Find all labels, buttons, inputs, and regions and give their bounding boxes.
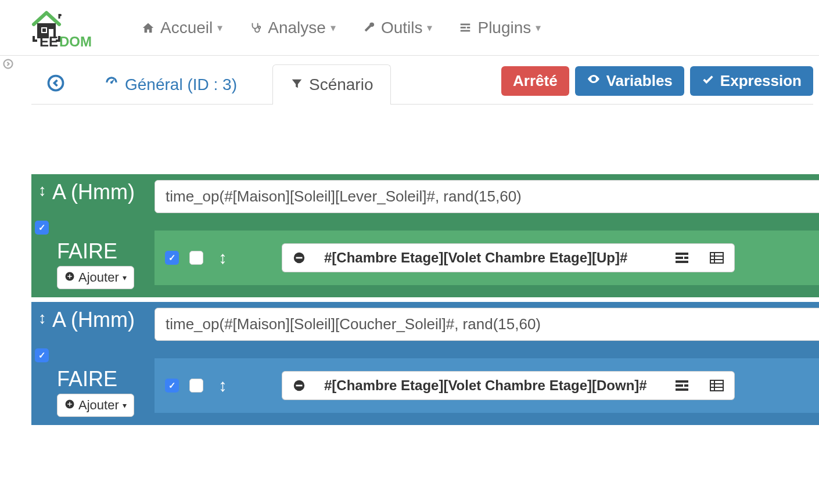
caret-icon: ▾	[331, 21, 336, 34]
remove-action-button[interactable]	[282, 371, 316, 400]
block-enable-checkbox[interactable]: ✓	[35, 348, 49, 362]
faire-label: FAIRE	[57, 367, 149, 391]
select-scenario-button[interactable]	[699, 371, 735, 400]
select-scenario-button[interactable]	[699, 243, 735, 272]
nav-outils[interactable]: Outils ▾	[359, 14, 435, 42]
drawer-toggle[interactable]	[0, 56, 16, 72]
svg-rect-22	[710, 253, 723, 263]
svg-rect-10	[467, 27, 470, 28]
svg-rect-17	[296, 257, 303, 259]
svg-rect-29	[676, 380, 688, 383]
svg-rect-31	[684, 384, 688, 387]
home-icon	[141, 20, 156, 35]
svg-rect-18	[676, 253, 688, 255]
nav-plugins[interactable]: Plugins ▾	[455, 14, 543, 42]
tab-general-label: Général (ID : 3)	[125, 75, 237, 94]
caret-icon: ▾	[123, 401, 127, 410]
nav-analyse[interactable]: Analyse ▾	[246, 14, 338, 42]
action-input-group	[282, 243, 735, 272]
action-enable-checkbox[interactable]: ✓	[165, 379, 179, 393]
ajouter-button[interactable]: Ajouter ▾	[57, 266, 134, 289]
tab-scenario[interactable]: Scénario	[272, 64, 391, 105]
status-label: Arrêté	[513, 72, 558, 90]
svg-point-14	[592, 78, 595, 80]
plus-circle-icon	[64, 398, 75, 413]
svg-rect-8	[461, 23, 470, 25]
a-label: A (Hmm)	[52, 179, 135, 205]
action-row: ✓ ↕	[155, 358, 819, 413]
svg-rect-20	[684, 257, 688, 259]
svg-rect-28	[296, 385, 303, 387]
nav-outils-label: Outils	[381, 19, 423, 37]
caret-icon: ▾	[536, 21, 541, 34]
back-button[interactable]	[43, 70, 69, 96]
faire-label: FAIRE	[57, 239, 149, 264]
logo[interactable]: EE DOM	[16, 7, 103, 49]
condition-input[interactable]	[155, 308, 819, 341]
caret-icon: ▾	[427, 21, 432, 34]
stethoscope-icon	[248, 20, 263, 35]
block-body: ✓ ↕	[155, 174, 819, 297]
svg-rect-9	[461, 27, 466, 28]
wrench-icon	[361, 20, 376, 35]
remove-action-button[interactable]	[282, 243, 316, 272]
tab-general[interactable]: Général (ID : 3)	[86, 64, 255, 105]
svg-rect-21	[676, 261, 688, 263]
drag-handle-icon[interactable]: ↕	[214, 248, 232, 268]
action-enable-checkbox[interactable]: ✓	[165, 251, 179, 265]
plugins-icon	[458, 20, 473, 35]
select-command-button[interactable]	[664, 243, 699, 272]
caret-icon: ▾	[123, 273, 127, 282]
nav-home[interactable]: Accueil ▾	[138, 14, 225, 42]
svg-rect-11	[461, 30, 470, 31]
caret-icon: ▾	[217, 21, 222, 34]
nav-items: Accueil ▾ Analyse ▾ Outils ▾ Plugins ▾	[138, 14, 543, 42]
drag-handle-icon[interactable]: ↕	[37, 307, 48, 330]
svg-rect-30	[676, 384, 683, 387]
tabbar-left: Général (ID : 3) Scénario	[31, 64, 501, 104]
block-at-green: ↕ ✓ A (Hmm) FAIRE Ajouter ▾ ✓ ↕	[31, 174, 819, 297]
svg-text:EE: EE	[39, 34, 58, 49]
select-command-button[interactable]	[664, 371, 699, 400]
tab-scenario-label: Scénario	[309, 75, 373, 94]
a-label: A (Hmm)	[52, 307, 135, 333]
check-icon	[702, 72, 714, 90]
nav-home-label: Accueil	[160, 19, 213, 37]
action-input-group	[282, 371, 735, 400]
ajouter-button[interactable]: Ajouter ▾	[57, 394, 134, 417]
action-command-input[interactable]	[316, 371, 664, 400]
block-side: ↕ ✓ A (Hmm) FAIRE Ajouter ▾	[31, 174, 155, 297]
action-row: ✓ ↕	[155, 231, 819, 285]
drag-handle-icon[interactable]: ↕	[214, 376, 232, 395]
svg-point-7	[258, 26, 261, 28]
drag-handle-icon[interactable]: ↕	[37, 179, 48, 202]
svg-text:DOM: DOM	[59, 34, 92, 49]
plus-circle-icon	[64, 270, 75, 285]
block-at-blue: ↕ ✓ A (Hmm) FAIRE Ajouter ▾ ✓ ↕	[31, 302, 819, 425]
scenario-blocks: ↕ ✓ A (Hmm) FAIRE Ajouter ▾ ✓ ↕	[0, 105, 819, 425]
status-arrete-button[interactable]: Arrêté	[501, 66, 569, 96]
condition-input[interactable]	[155, 180, 819, 213]
nav-plugins-label: Plugins	[477, 19, 531, 37]
block-body: ✓ ↕	[155, 302, 819, 425]
action-secondary-checkbox[interactable]	[189, 251, 203, 265]
svg-rect-32	[676, 388, 688, 391]
nav-analyse-label: Analyse	[268, 19, 326, 37]
block-side: ↕ ✓ A (Hmm) FAIRE Ajouter ▾	[31, 302, 155, 425]
expression-label: Expression	[720, 72, 802, 90]
variables-button[interactable]: Variables	[575, 66, 684, 96]
action-command-input[interactable]	[316, 243, 664, 272]
ajouter-label: Ajouter	[78, 398, 119, 413]
tabbar-right: Arrêté Variables Expression	[501, 66, 813, 96]
svg-rect-33	[710, 380, 723, 391]
svg-rect-19	[676, 257, 683, 259]
tabbar: Général (ID : 3) Scénario Arrêté Variabl…	[31, 56, 813, 105]
variables-label: Variables	[606, 72, 673, 90]
dashboard-icon	[104, 75, 119, 94]
filter-icon	[290, 75, 303, 94]
navbar: EE DOM Accueil ▾ Analyse ▾ Outils ▾	[0, 0, 819, 56]
block-enable-checkbox[interactable]: ✓	[35, 221, 49, 235]
eye-icon	[587, 72, 601, 90]
action-secondary-checkbox[interactable]	[189, 379, 203, 393]
expression-button[interactable]: Expression	[690, 66, 813, 96]
